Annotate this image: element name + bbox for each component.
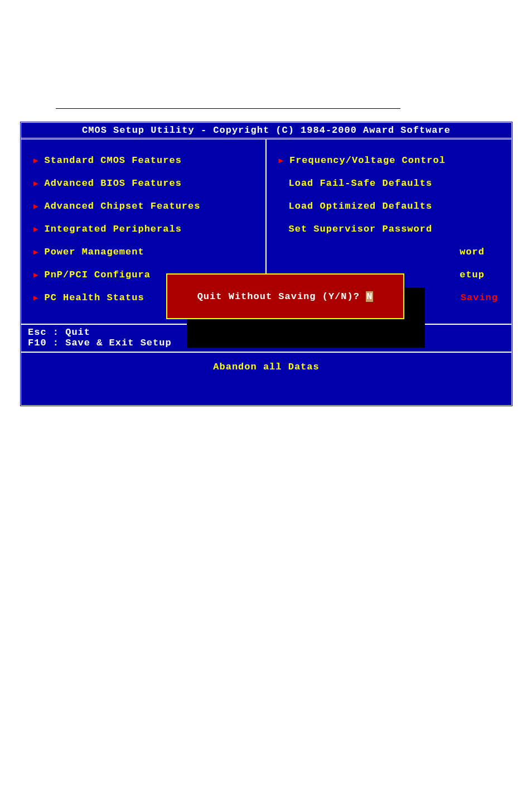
header-title: CMOS Setup Utility - Copyright (C) 1984-… — [82, 125, 451, 136]
arrow-icon: ▶ — [33, 270, 38, 280]
menu-integrated-peripherals[interactable]: ▶ Integrated Peripherals — [33, 224, 255, 234]
menu-supervisor-password[interactable]: Set Supervisor Password — [279, 224, 502, 234]
menu-standard-cmos[interactable]: ▶ Standard CMOS Features — [33, 155, 255, 166]
menu-label: Saving — [461, 292, 498, 303]
arrow-icon: ▶ — [33, 293, 38, 302]
menu-label: Advanced Chipset Features — [44, 201, 200, 211]
dialog-prompt: Quit Without Saving (Y/N)? N — [197, 291, 374, 302]
menu-label: Load Optimized Defaults — [289, 201, 433, 211]
menu-label: PnP/PCI Configura — [44, 270, 150, 280]
menu-label: Load Fail-Safe Defaults — [289, 178, 433, 189]
menu-frequency-voltage[interactable]: ▶ Frequency/Voltage Control — [279, 155, 502, 166]
arrow-icon: ▶ — [33, 201, 38, 211]
bios-setup-screen: CMOS Setup Utility - Copyright (C) 1984-… — [20, 121, 513, 407]
arrow-icon: ▶ — [33, 179, 38, 188]
menu-label: Advanced BIOS Features — [44, 178, 181, 189]
footer-hint: Abandon all Datas — [21, 353, 511, 381]
menu-load-optimized[interactable]: Load Optimized Defaults — [279, 201, 502, 211]
main-menu-area: ▶ Standard CMOS Features ▶ Advanced BIOS… — [21, 138, 511, 325]
quit-dialog[interactable]: Quit Without Saving (Y/N)? N — [166, 273, 404, 319]
footer-text: Abandon all Datas — [213, 362, 319, 372]
arrow-icon: ▶ — [279, 156, 284, 165]
menu-power-management[interactable]: ▶ Power Management — [33, 247, 255, 257]
dialog-answer[interactable]: N — [366, 291, 373, 302]
menu-label: PC Health Status — [44, 292, 144, 303]
menu-label: Frequency/Voltage Control — [289, 155, 446, 166]
menu-label: Integrated Peripherals — [44, 224, 181, 234]
menu-label: word — [460, 247, 485, 257]
menu-label: Power Management — [44, 247, 144, 257]
bios-header: CMOS Setup Utility - Copyright (C) 1984-… — [21, 123, 511, 138]
menu-load-failsafe[interactable]: Load Fail-Safe Defaults — [279, 178, 502, 189]
menu-label: Standard CMOS Features — [44, 155, 181, 166]
arrow-icon: ▶ — [33, 224, 38, 234]
dialog-prompt-text: Quit Without Saving (Y/N)? — [197, 291, 366, 302]
menu-label: Set Supervisor Password — [289, 224, 433, 234]
arrow-icon: ▶ — [33, 247, 38, 257]
menu-advanced-bios[interactable]: ▶ Advanced BIOS Features — [33, 178, 255, 189]
arrow-icon: ▶ — [33, 156, 38, 165]
menu-user-password[interactable]: word — [279, 247, 502, 257]
menu-label: etup — [460, 270, 485, 280]
menu-advanced-chipset[interactable]: ▶ Advanced Chipset Features — [33, 201, 255, 211]
